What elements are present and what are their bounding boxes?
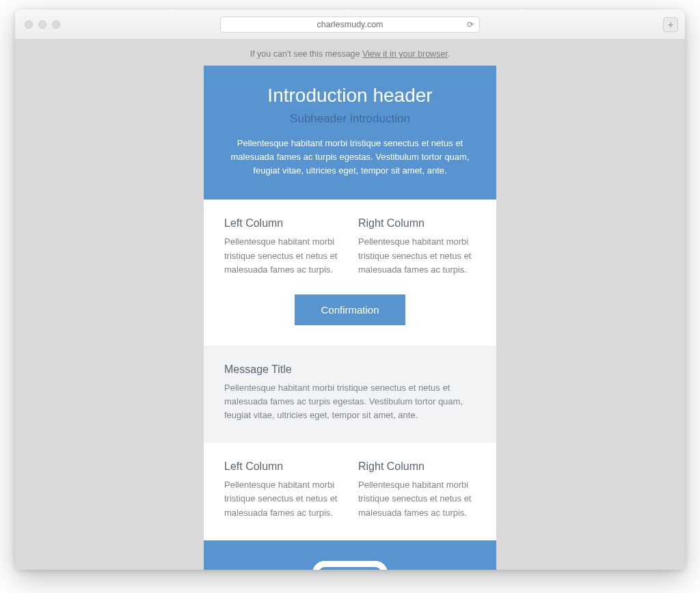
- email-container: Introduction header Subheader introducti…: [204, 66, 496, 570]
- left-column-body: Pellentesque habitant morbi tristique se…: [224, 235, 342, 276]
- hero-title: Introduction header: [224, 85, 476, 107]
- scrollbar[interactable]: [679, 41, 684, 568]
- browser-toolbar: charlesmudy.com ⟳ +: [15, 10, 685, 40]
- right-column-body-2: Pellentesque habitant morbi tristique se…: [358, 478, 476, 519]
- device-icon: [306, 561, 394, 570]
- hero-body: Pellentesque habitant morbi tristique se…: [224, 137, 476, 178]
- plus-icon: +: [668, 19, 673, 30]
- preheader-suffix: .: [448, 49, 450, 59]
- message-body: Pellentesque habitant morbi tristique se…: [224, 381, 476, 422]
- maximize-window-icon[interactable]: [52, 20, 60, 29]
- reload-icon[interactable]: ⟳: [467, 20, 474, 29]
- two-column-section-2: Left Column Pellentesque habitant morbi …: [204, 443, 496, 540]
- preheader: If you can't see this message View it in…: [15, 40, 685, 66]
- close-window-icon[interactable]: [25, 20, 33, 29]
- window-controls: [25, 20, 60, 29]
- right-column-title: Right Column: [358, 217, 476, 230]
- bottom-hero-section: [204, 540, 496, 570]
- view-in-browser-link[interactable]: View it in your browser: [362, 49, 448, 59]
- two-column-section-1: Left Column Pellentesque habitant morbi …: [204, 199, 496, 345]
- address-bar[interactable]: charlesmudy.com ⟳: [220, 16, 480, 33]
- right-column-1: Right Column Pellentesque habitant morbi…: [358, 217, 476, 276]
- left-column-title: Left Column: [224, 217, 342, 230]
- new-tab-button[interactable]: +: [663, 17, 678, 32]
- browser-viewport: If you can't see this message View it in…: [15, 40, 685, 570]
- browser-window: charlesmudy.com ⟳ + If you can't see thi…: [15, 10, 685, 570]
- right-column-title-2: Right Column: [358, 460, 476, 473]
- right-column-body: Pellentesque habitant morbi tristique se…: [358, 235, 476, 276]
- address-url: charlesmudy.com: [317, 20, 383, 29]
- preheader-text: If you can't see this message: [250, 49, 362, 59]
- left-column-title-2: Left Column: [224, 460, 342, 473]
- hero-section: Introduction header Subheader introducti…: [204, 66, 496, 199]
- left-column-2: Left Column Pellentesque habitant morbi …: [224, 460, 342, 519]
- confirmation-button[interactable]: Confirmation: [295, 294, 405, 325]
- right-column-2: Right Column Pellentesque habitant morbi…: [358, 460, 476, 519]
- message-section: Message Title Pellentesque habitant morb…: [204, 346, 496, 443]
- left-column-1: Left Column Pellentesque habitant morbi …: [224, 217, 342, 276]
- left-column-body-2: Pellentesque habitant morbi tristique se…: [224, 478, 342, 519]
- message-title: Message Title: [224, 363, 476, 376]
- minimize-window-icon[interactable]: [38, 20, 46, 29]
- hero-subheader: Subheader introduction: [224, 112, 476, 126]
